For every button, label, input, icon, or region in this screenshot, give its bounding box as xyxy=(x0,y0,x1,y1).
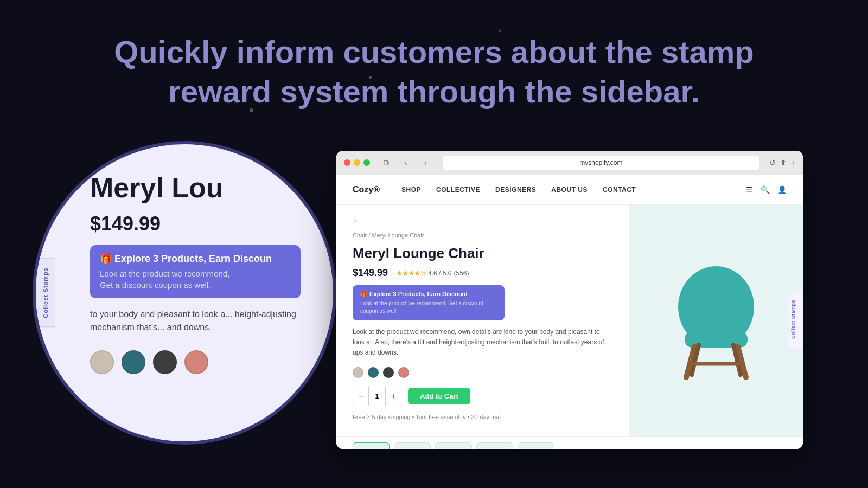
circle-sidebar-label: Collect Stamps xyxy=(42,267,49,318)
product-rating: ★★★★½ 4.6 / 5.0 (556) xyxy=(397,269,469,277)
circle-color-swatches xyxy=(90,350,208,374)
quantity-control: − 1 + xyxy=(353,387,401,406)
nav-collective[interactable]: COLLECTIVE xyxy=(436,186,480,194)
color-teal[interactable] xyxy=(368,367,379,378)
search-icon[interactable]: 🔍 xyxy=(761,185,770,194)
thumbnails-row xyxy=(336,436,803,449)
browser-chrome: ⧉ ‹ › myshopify.com ↺ ⬆ + xyxy=(336,151,803,175)
stamp-icon: 🎁 xyxy=(360,291,369,297)
browser-minimize-dot[interactable] xyxy=(354,159,360,166)
product-description: Look at the product we recommend, own de… xyxy=(353,327,613,358)
circle-product-price: $149.99 xyxy=(90,213,161,235)
thumb-img-4 xyxy=(481,447,508,449)
thumbnail-1[interactable] xyxy=(353,442,390,449)
color-dark[interactable] xyxy=(383,367,394,378)
headline: Quickly inform customers about the stamp… xyxy=(0,33,868,111)
thumb-img-2 xyxy=(399,447,426,449)
back-arrow[interactable]: ← xyxy=(353,216,613,226)
browser-sidebar-tab[interactable]: Collect Stamps xyxy=(788,293,803,348)
circle-promo-title: 🎁 Explore 3 Products, Earn Discoun xyxy=(100,253,291,265)
thumbnail-4[interactable] xyxy=(476,442,513,449)
breadcrumb-nav: ← Chair / Meryl Lounge Chair xyxy=(353,216,613,240)
circle-swatch-dark[interactable] xyxy=(153,350,177,374)
color-rose[interactable] xyxy=(398,367,409,378)
thumb-img-3 xyxy=(440,447,467,449)
website-content: Cozy® SHOP COLLECTIVE DESIGNERS ABOUT US… xyxy=(336,175,803,449)
circle-promo-desc2: Get a discount coupon as well. xyxy=(100,279,291,291)
circle-product-title: Meryl Lou xyxy=(90,171,224,204)
browser-url-bar[interactable]: myshopify.com xyxy=(443,156,760,170)
headline-line1: Quickly inform customers about the stamp xyxy=(0,33,868,72)
product-price: $149.99 xyxy=(353,267,388,279)
browser-share-icon[interactable]: ⬆ xyxy=(780,158,787,167)
browser-nav-icons: ⧉ ‹ › xyxy=(379,155,433,170)
circle-promo-desc1: Look at the product we recommend, xyxy=(100,268,291,279)
shipping-text: Free 3-5 day shipping • Tool-free assemb… xyxy=(353,414,501,420)
browser-traffic-lights xyxy=(344,159,370,166)
nav-shop[interactable]: SHOP xyxy=(401,186,421,194)
circle-promo-box: 🎁 Explore 3 Products, Earn Discoun Look … xyxy=(90,245,301,298)
thumbnail-2[interactable] xyxy=(394,442,431,449)
thumbnail-3[interactable] xyxy=(435,442,472,449)
browser-refresh-icon[interactable]: ↺ xyxy=(769,158,776,167)
product-name: Meryl Lounge Chair xyxy=(353,245,613,262)
tooltip-title-text: Explore 3 Products, Earn Discount xyxy=(369,291,468,297)
circle-swatch-teal[interactable] xyxy=(122,350,145,374)
circle-swatch-beige[interactable] xyxy=(90,350,114,374)
stamp-promo-tooltip: 🎁 Explore 3 Products, Earn Discount Look… xyxy=(353,285,505,320)
browser-close-dot[interactable] xyxy=(344,159,350,166)
hamburger-icon[interactable]: ☰ xyxy=(746,185,753,194)
add-cart-row: − 1 + Add to Cart xyxy=(353,387,613,406)
decorative-dot xyxy=(499,30,501,32)
headline-line2: reward system through the sidebar. xyxy=(0,72,868,112)
thumbnail-5[interactable] xyxy=(518,442,554,449)
tooltip-title: 🎁 Explore 3 Products, Earn Discount xyxy=(360,291,497,298)
browser-tabs-icon[interactable]: ⧉ xyxy=(379,155,394,170)
browser-url-text: myshopify.com xyxy=(579,159,622,166)
product-info: ← Chair / Meryl Lounge Chair Meryl Loung… xyxy=(336,205,629,436)
color-beige[interactable] xyxy=(353,367,363,378)
color-options xyxy=(353,367,613,378)
browser-back-icon[interactable]: ‹ xyxy=(398,155,413,170)
browser-maximize-dot[interactable] xyxy=(363,159,370,166)
nav-about[interactable]: ABOUT US xyxy=(551,186,588,194)
tooltip-desc-line1: Look at the product we recommend, Get a … xyxy=(360,300,483,314)
rating-value: 4.6 / 5.0 xyxy=(428,269,451,277)
circle-swatch-rose[interactable] xyxy=(184,350,208,374)
browser-sidebar-label: Collect Stamps xyxy=(790,300,796,339)
review-count: (556) xyxy=(454,269,469,277)
cart-icon[interactable]: 👤 xyxy=(777,185,787,194)
browser-forward-icon[interactable]: › xyxy=(418,155,433,170)
product-image xyxy=(646,250,787,391)
thumb-img-5 xyxy=(522,447,550,449)
site-nav: Cozy® SHOP COLLECTIVE DESIGNERS ABOUT US… xyxy=(336,175,803,205)
browser-window: ⧉ ‹ › myshopify.com ↺ ⬆ + Cozy® SHOP COL… xyxy=(336,151,803,449)
nav-right-icons: ☰ 🔍 👤 xyxy=(746,185,787,194)
circle-product-desc: to your body and pleasant to look a... h… xyxy=(90,308,296,334)
add-to-cart-button[interactable]: Add to Cart xyxy=(408,388,470,404)
qty-value: 1 xyxy=(368,387,386,406)
qty-minus-button[interactable]: − xyxy=(353,387,368,406)
product-image-area: Collect Stamps xyxy=(629,205,803,436)
stars-icon: ★★★★½ xyxy=(397,269,426,277)
circle-zoom: Collect Stamps Meryl Lou $149.99 🎁 Explo… xyxy=(33,141,336,445)
product-price-area: $149.99 ★★★★½ 4.6 / 5.0 (556) xyxy=(353,267,613,279)
browser-add-tab-icon[interactable]: + xyxy=(791,158,795,167)
site-logo: Cozy® xyxy=(353,185,380,195)
nav-designers[interactable]: DESIGNERS xyxy=(495,186,536,194)
qty-plus-button[interactable]: + xyxy=(386,387,401,406)
nav-links: SHOP COLLECTIVE DESIGNERS ABOUT US CONTA… xyxy=(401,186,746,194)
browser-right-controls: ↺ ⬆ + xyxy=(769,158,795,167)
shipping-info: Free 3-5 day shipping • Tool-free assemb… xyxy=(353,414,613,420)
circle-sidebar-tab[interactable]: Collect Stamps xyxy=(36,258,55,327)
thumb-img-1 xyxy=(358,447,385,449)
breadcrumb-text: Chair / Meryl Lounge Chair xyxy=(353,232,424,239)
tooltip-desc: Look at the product we recommend, Get a … xyxy=(360,300,497,315)
nav-contact[interactable]: CONTACT xyxy=(603,186,636,194)
